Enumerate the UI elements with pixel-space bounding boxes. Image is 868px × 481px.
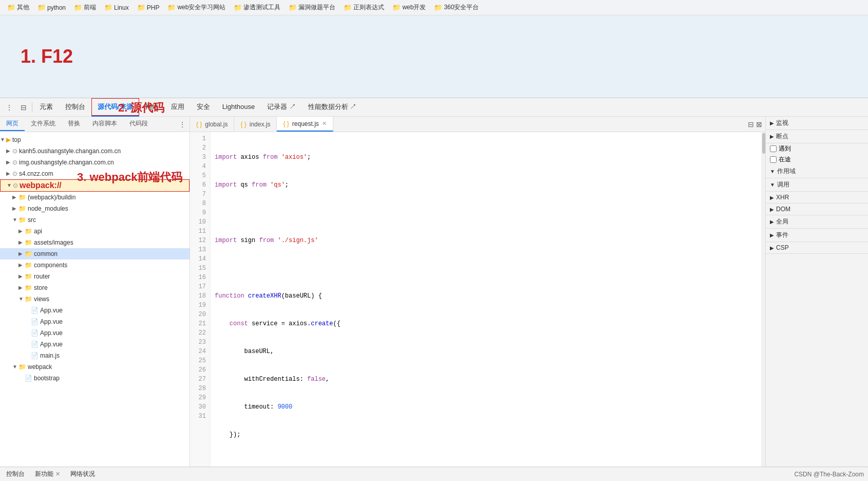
tree-item-assets[interactable]: ▶ 📁 assets/images <box>0 237 190 248</box>
folder-icon-store: 📁 <box>25 283 32 292</box>
right-panel-events[interactable]: ▶ 事件 <box>766 229 868 242</box>
folder-icon-6: 📁 <box>234 4 242 11</box>
right-panel-xhr[interactable]: ▶ XHR <box>766 192 868 203</box>
tab-application[interactable]: 应用 <box>165 98 191 117</box>
file-tab-webpage[interactable]: 网页 <box>0 117 25 131</box>
file-icon-appvue-3: 📄 <box>31 328 39 338</box>
line-numbers: 1 2 3 4 5 6 7 8 9 10 11 12 13 14 15 16 1 <box>190 132 211 470</box>
arrow-img: ▶ <box>6 158 12 167</box>
file-tree: ▼ ▶ top ▶ ⊙ kanh5.oushangstyle.changan.c… <box>0 132 190 481</box>
tree-item-img[interactable]: ▶ ⊙ img.oushangstyle.changan.com.cn <box>0 157 190 168</box>
right-panel-global[interactable]: ▶ 全局 <box>766 215 868 229</box>
devtools-body: 网页 文件系统 替换 内容脚本 代码段 ⋮ ▼ ▶ top ▶ ⊙ kanh5.… <box>0 117 868 481</box>
bottom-tab-network-status[interactable]: 网络状况 <box>68 469 97 479</box>
tree-item-top[interactable]: ▼ ▶ top <box>0 134 190 145</box>
tree-item-appvue-3[interactable]: 📄 App.vue <box>0 327 190 339</box>
devtools-toolbar: ⋮ ⊟ 元素 控制台 源代码/来源 网络 应用 安全 Lighthouse 记录… <box>0 98 868 117</box>
file-tab-content-script[interactable]: 内容脚本 <box>86 117 123 131</box>
tab-sources[interactable]: 源代码/来源 <box>91 98 139 117</box>
right-panel-breakpoints[interactable]: ▶ 断点 <box>766 130 868 143</box>
code-tab-indexjs-icon: { } <box>240 121 246 128</box>
tree-item-appvue-1[interactable]: 📄 App.vue <box>0 305 190 316</box>
file-tab-snippet[interactable]: 代码段 <box>123 117 154 131</box>
code-line-9: withCredentials: false, <box>215 375 757 384</box>
more-tabs-icon[interactable]: ⊠ <box>756 120 762 128</box>
file-icon-appvue-4: 📄 <box>31 340 39 349</box>
right-panel-encounter[interactable]: 遇到 <box>766 143 868 154</box>
tab-network[interactable]: 网络 <box>139 98 165 117</box>
tree-item-webpack-folder[interactable]: ▼ 📁 webpack <box>0 361 190 373</box>
tree-item-mainjs[interactable]: 📄 main.js <box>0 350 190 361</box>
bookmark-item-3[interactable]: 📁 Linux <box>101 3 132 12</box>
tree-item-kanh5[interactable]: ▶ ⊙ kanh5.oushangstyle.changan.com.cn <box>0 145 190 157</box>
bookmark-item-5[interactable]: 📁 web安全学习网站 <box>164 2 229 13</box>
bookmark-item-6[interactable]: 📁 渗透测试工具 <box>231 2 284 13</box>
tree-item-webpack-buildin[interactable]: ▶ 📁 (webpack)/buildin <box>0 192 190 203</box>
tree-item-router[interactable]: ▶ 📁 router <box>0 271 190 282</box>
tree-item-webpack[interactable]: ▼ ⊙ webpack:// <box>0 179 190 192</box>
tab-recorder[interactable]: 记录器 ↗ <box>261 98 302 117</box>
folder-icon-node-modules: 📁 <box>18 204 26 213</box>
bookmark-item-10[interactable]: 📁 360安全平台 <box>431 2 482 13</box>
code-content[interactable]: import axios from 'axios'; import qs fro… <box>211 132 761 470</box>
right-panel-csp[interactable]: ▶ CSP <box>766 242 868 254</box>
right-panel-watch[interactable]: ▶ 监视 <box>766 117 868 130</box>
bookmark-item-7[interactable]: 📁 漏洞做题平台 <box>286 2 338 13</box>
encounter-checkbox[interactable] <box>770 145 777 152</box>
tree-item-views[interactable]: ▼ 📁 views <box>0 293 190 305</box>
bookmark-item-0[interactable]: 📁 其他 <box>4 2 32 13</box>
tab-lighthouse[interactable]: Lighthouse <box>216 98 261 117</box>
bookmark-item-4[interactable]: 📁 PHP <box>134 3 163 12</box>
split-editor-icon[interactable]: ⊟ <box>748 120 754 128</box>
right-panel-call[interactable]: ▼ 调用 <box>766 178 868 192</box>
devtools-cursor-icon[interactable]: ⋮ <box>2 100 16 115</box>
tree-item-node-modules[interactable]: ▶ 📁 node_modules <box>0 203 190 214</box>
in-progress-checkbox[interactable] <box>770 156 777 163</box>
folder-icon-router: 📁 <box>25 272 32 281</box>
bookmark-item-1[interactable]: 📁 python <box>34 3 69 12</box>
code-scrollbar[interactable] <box>761 132 765 470</box>
bottom-tab-console[interactable]: 控制台 <box>4 469 27 479</box>
code-tab-requestjs[interactable]: { } request.js ✕ <box>277 117 333 132</box>
folder-icon-api: 📁 <box>25 227 32 236</box>
tree-item-src[interactable]: ▼ 📁 src <box>0 214 190 226</box>
bookmark-item-2[interactable]: 📁 前端 <box>71 2 99 13</box>
bookmark-item-8[interactable]: 📁 正则表达式 <box>341 2 387 13</box>
code-tab-globaljs[interactable]: { } global.js <box>190 117 234 132</box>
right-panel-scope[interactable]: ▼ 作用域 <box>766 165 868 178</box>
tree-item-appvue-2[interactable]: 📄 App.vue <box>0 316 190 327</box>
file-tab-override[interactable]: 替换 <box>62 117 86 131</box>
cloud-icon-s4: ⊙ <box>12 169 17 178</box>
code-line-2: import qs from 'qs'; <box>215 180 757 190</box>
code-line-8: baseURL, <box>215 347 757 356</box>
folder-icon-1: 📁 <box>37 4 46 11</box>
page-annotation: 1. F12 <box>21 46 73 67</box>
tree-item-store[interactable]: ▶ 📁 store <box>0 282 190 293</box>
newfeature-close-icon[interactable]: ✕ <box>55 471 60 477</box>
bottom-bar-brand: CSDN @The-Back-Zoom <box>794 471 864 478</box>
tree-item-api[interactable]: ▶ 📁 api <box>0 226 190 237</box>
code-tab-close-requestjs[interactable]: ✕ <box>322 120 327 127</box>
devtools-device-icon[interactable]: ⊟ <box>16 100 31 115</box>
tree-item-components[interactable]: ▶ 📁 components <box>0 260 190 271</box>
right-panel-in-progress[interactable]: 在途 <box>766 154 868 165</box>
file-tab-more[interactable]: ⋮ <box>175 119 190 130</box>
tree-item-common[interactable]: ▶ 📁 common <box>0 248 190 260</box>
tab-elements[interactable]: 元素 <box>33 98 59 117</box>
tree-item-appvue-4[interactable]: 📄 App.vue <box>0 339 190 350</box>
code-line-10: timeout: 9000 <box>215 402 757 412</box>
arrow-top: ▼ <box>0 135 6 144</box>
tree-item-bootstrap[interactable]: 📄 bootstrap <box>0 373 190 384</box>
bookmark-item-9[interactable]: 📁 web开发 <box>389 2 429 13</box>
tab-console[interactable]: 控制台 <box>59 98 91 117</box>
code-line-6: function createXHR(baseURL) { <box>215 291 757 301</box>
arrow-common: ▶ <box>18 249 25 258</box>
folder-icon-assets: 📁 <box>25 238 32 247</box>
file-tab-filesystem[interactable]: 文件系统 <box>25 117 62 131</box>
tab-performance[interactable]: 性能数据分析 ↗ <box>302 98 363 117</box>
right-panel-dom[interactable]: ▶ DOM <box>766 203 868 215</box>
tree-item-s4[interactable]: ▶ ⊙ s4.cnzz.com <box>0 168 190 179</box>
bottom-tab-newfeature[interactable]: 新功能 ✕ <box>33 469 62 479</box>
tab-security[interactable]: 安全 <box>191 98 216 117</box>
code-tab-indexjs[interactable]: { } index.js <box>234 117 277 132</box>
